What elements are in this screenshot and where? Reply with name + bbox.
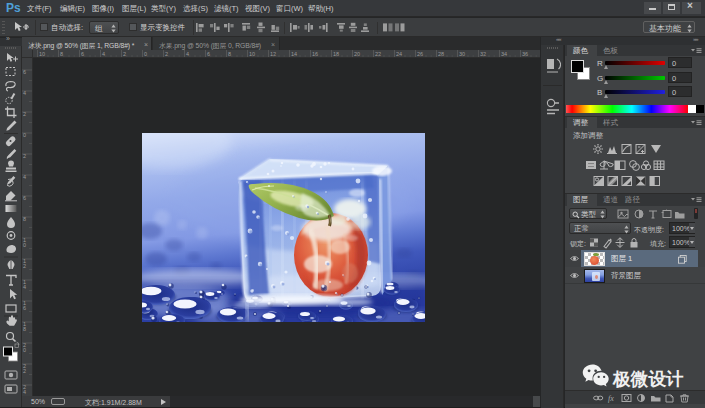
svg-text:4: 4 — [23, 389, 26, 395]
svg-text:36: 36 — [522, 51, 528, 57]
svg-text:16: 16 — [312, 51, 318, 57]
svg-text:8: 8 — [60, 51, 63, 57]
svg-text:34: 34 — [501, 51, 507, 57]
svg-text:6: 6 — [23, 69, 26, 75]
svg-text:6: 6 — [207, 51, 210, 57]
svg-text:26: 26 — [417, 51, 423, 57]
svg-text:2: 2 — [23, 111, 26, 117]
svg-text:8: 8 — [23, 216, 26, 222]
svg-text:8: 8 — [23, 326, 26, 332]
svg-text:2: 2 — [23, 368, 26, 374]
svg-text:0: 0 — [23, 132, 26, 138]
svg-text:22: 22 — [375, 51, 381, 57]
svg-text:0: 0 — [23, 347, 26, 353]
svg-text:4: 4 — [23, 90, 26, 96]
svg-text:6: 6 — [23, 195, 26, 201]
svg-text:2: 2 — [23, 153, 26, 159]
svg-text:24: 24 — [396, 51, 402, 57]
svg-text:10: 10 — [249, 51, 255, 57]
svg-text:0: 0 — [144, 51, 147, 57]
svg-text:30: 30 — [459, 51, 465, 57]
svg-text:10: 10 — [39, 51, 45, 57]
svg-text:6: 6 — [81, 51, 84, 57]
svg-text:2: 2 — [23, 263, 26, 269]
svg-text:2: 2 — [123, 51, 126, 57]
svg-text:32: 32 — [480, 51, 486, 57]
svg-text:4: 4 — [23, 284, 26, 290]
svg-text:18: 18 — [333, 51, 339, 57]
svg-text:fx: fx — [608, 394, 614, 403]
svg-text:28: 28 — [438, 51, 444, 57]
svg-text:2: 2 — [165, 51, 168, 57]
svg-text:14: 14 — [291, 51, 297, 57]
svg-text:4: 4 — [23, 174, 26, 180]
svg-text:0: 0 — [23, 242, 26, 248]
svg-text:6: 6 — [23, 305, 26, 311]
svg-text:8: 8 — [228, 51, 231, 57]
svg-text:20: 20 — [354, 51, 360, 57]
svg-text:4: 4 — [102, 51, 105, 57]
svg-text:12: 12 — [270, 51, 276, 57]
svg-text:4: 4 — [186, 51, 189, 57]
